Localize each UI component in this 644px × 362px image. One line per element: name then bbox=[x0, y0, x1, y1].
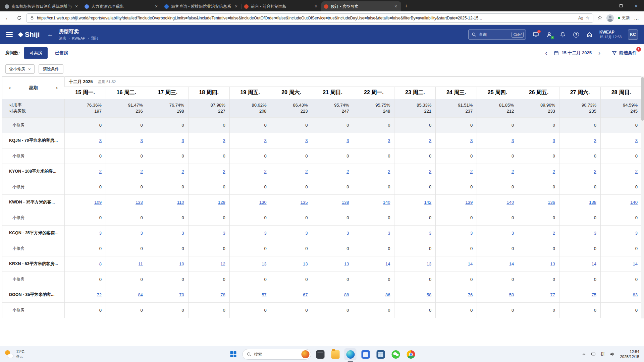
browser-tab[interactable]: 前台 - 前台控制面板× bbox=[241, 1, 321, 11]
weather-widget[interactable]: 11°C 多云 bbox=[5, 350, 24, 358]
favorites-bar-icon[interactable] bbox=[597, 15, 602, 21]
close-button[interactable]: × bbox=[629, 0, 644, 11]
availability-count-link[interactable]: 3 bbox=[305, 231, 308, 236]
browser-tab[interactable]: 人力资源管理系统× bbox=[82, 1, 162, 11]
taskbar-search[interactable]: 搜索 bbox=[243, 349, 311, 360]
maximize-button[interactable] bbox=[613, 0, 629, 11]
availability-count-link[interactable]: 3 bbox=[182, 231, 184, 236]
availability-count-link[interactable]: 3 bbox=[594, 138, 596, 143]
previous-period-button[interactable]: ‹ bbox=[544, 50, 548, 56]
availability-count-link[interactable]: 142 bbox=[424, 200, 432, 205]
property-info[interactable]: KWEAP 15 12月 12:53 bbox=[599, 30, 622, 39]
global-search-input[interactable]: 查询 Ctrl+/ bbox=[468, 29, 526, 40]
availability-count-link[interactable]: 13 bbox=[427, 261, 431, 266]
availability-count-link[interactable]: 12 bbox=[220, 261, 225, 266]
availability-count-link[interactable]: 3 bbox=[346, 138, 349, 143]
ime-indicator[interactable]: 拼 bbox=[601, 351, 605, 357]
availability-count-link[interactable]: 13 bbox=[344, 261, 349, 266]
menu-button[interactable] bbox=[6, 32, 13, 37]
availability-count-link[interactable]: 14 bbox=[509, 261, 514, 266]
availability-count-link[interactable]: 136 bbox=[548, 200, 555, 205]
taskbar-app-calculator[interactable] bbox=[375, 348, 387, 360]
availability-count-link[interactable]: 3 bbox=[388, 231, 390, 236]
breadcrumb-section[interactable]: 预订 bbox=[91, 36, 99, 41]
previous-week-button[interactable]: ‹ bbox=[8, 85, 12, 90]
availability-count-link[interactable]: 138 bbox=[589, 200, 596, 205]
availability-count-link[interactable]: 3 bbox=[141, 138, 143, 143]
taskbar-app-chrome[interactable] bbox=[405, 348, 417, 360]
availability-count-link[interactable]: 109 bbox=[94, 200, 102, 205]
tab-close-icon[interactable]: × bbox=[313, 4, 319, 9]
chip-close-icon[interactable]: × bbox=[28, 67, 31, 72]
availability-count-link[interactable]: 129 bbox=[218, 200, 225, 205]
availability-count-link[interactable]: 2 bbox=[141, 169, 143, 174]
read-aloud-icon[interactable]: A)) bbox=[578, 15, 583, 20]
availability-count-link[interactable]: 78 bbox=[220, 292, 225, 297]
availability-count-link[interactable]: 2 bbox=[429, 169, 431, 174]
browser-menu-button[interactable]: … bbox=[634, 15, 639, 21]
clear-filters-button[interactable]: 清除条件 bbox=[39, 64, 63, 74]
home-button[interactable] bbox=[586, 31, 593, 38]
availability-count-link[interactable]: 75 bbox=[592, 292, 596, 297]
availability-count-link[interactable]: 70 bbox=[179, 292, 184, 297]
volume-button[interactable] bbox=[610, 352, 615, 357]
availability-count-link[interactable]: 58 bbox=[427, 292, 431, 297]
availability-count-link[interactable]: 72 bbox=[97, 292, 101, 297]
browser-tab[interactable]: 旅客查询 - 紫檀旅馆业治安信息系...× bbox=[162, 1, 241, 11]
availability-count-link[interactable]: 84 bbox=[138, 292, 143, 297]
tab-close-icon[interactable]: × bbox=[233, 4, 239, 9]
user-avatar[interactable]: KC bbox=[628, 29, 638, 40]
availability-count-link[interactable]: 3 bbox=[470, 138, 473, 143]
availability-count-link[interactable]: 130 bbox=[259, 200, 267, 205]
availability-count-link[interactable]: 3 bbox=[346, 231, 349, 236]
availability-count-link[interactable]: 2 bbox=[553, 231, 555, 236]
availability-count-link[interactable]: 138 bbox=[342, 200, 349, 205]
filter-chip[interactable]: 含小修房 × bbox=[5, 64, 35, 74]
availability-count-link[interactable]: 2 bbox=[182, 169, 184, 174]
url-text[interactable]: https://cn1.web.ep.shiji.world/reports/a… bbox=[37, 16, 576, 20]
availability-count-link[interactable]: 3 bbox=[429, 231, 431, 236]
availability-count-link[interactable]: 88 bbox=[344, 292, 349, 297]
availability-count-link[interactable]: 3 bbox=[223, 138, 225, 143]
availability-count-link[interactable]: 2 bbox=[99, 169, 102, 174]
availability-count-link[interactable]: 3 bbox=[635, 231, 638, 236]
taskbar-app-wechat[interactable] bbox=[390, 348, 402, 360]
page-back-button[interactable]: ← bbox=[47, 31, 53, 38]
minimize-button[interactable] bbox=[598, 0, 613, 11]
tray-expand-button[interactable] bbox=[582, 352, 586, 356]
breadcrumb-property[interactable]: KWEAP bbox=[72, 36, 86, 40]
available-rooms-toggle[interactable]: 可卖房 bbox=[24, 47, 48, 59]
next-period-button[interactable]: › bbox=[597, 50, 602, 56]
availability-count-link[interactable]: 50 bbox=[509, 292, 514, 297]
notifications-button[interactable] bbox=[559, 31, 566, 38]
taskbar-app-blueapp[interactable] bbox=[360, 348, 372, 360]
refresh-button[interactable] bbox=[15, 14, 23, 22]
availability-count-link[interactable]: 3 bbox=[635, 138, 638, 143]
concierge-button[interactable]: ✓ bbox=[546, 31, 553, 38]
availability-count-link[interactable]: 11 bbox=[138, 261, 143, 266]
availability-count-link[interactable]: 10 bbox=[179, 261, 184, 266]
availability-count-link[interactable]: 3 bbox=[264, 138, 266, 143]
browser-profile-avatar[interactable] bbox=[606, 14, 614, 22]
availability-count-link[interactable]: 140 bbox=[383, 200, 390, 205]
site-permissions-icon[interactable] bbox=[30, 16, 34, 20]
availability-count-link[interactable]: 77 bbox=[550, 292, 555, 297]
availability-count-link[interactable]: 3 bbox=[223, 231, 225, 236]
tab-close-icon[interactable]: × bbox=[74, 4, 79, 9]
browser-update-button[interactable]: 更新 bbox=[618, 15, 630, 21]
availability-count-link[interactable]: 86 bbox=[385, 292, 390, 297]
availability-count-link[interactable]: 3 bbox=[141, 231, 143, 236]
browser-tab-active[interactable]: 预订 - 房型可卖× bbox=[321, 1, 401, 11]
availability-count-link[interactable]: 2 bbox=[635, 169, 638, 174]
availability-count-link[interactable]: 139 bbox=[466, 200, 473, 205]
availability-count-link[interactable]: 13 bbox=[303, 261, 308, 266]
availability-count-link[interactable]: 3 bbox=[264, 231, 266, 236]
availability-count-link[interactable]: 14 bbox=[385, 261, 390, 266]
availability-count-link[interactable]: 13 bbox=[262, 261, 266, 266]
help-button[interactable]: ? bbox=[573, 31, 580, 38]
taskbar-app-darkapp[interactable] bbox=[314, 348, 326, 360]
availability-count-link[interactable]: 3 bbox=[553, 138, 555, 143]
new-tab-button[interactable]: + bbox=[401, 3, 412, 11]
availability-count-link[interactable]: 2 bbox=[346, 169, 349, 174]
favorite-star-icon[interactable]: ☆ bbox=[586, 15, 590, 20]
